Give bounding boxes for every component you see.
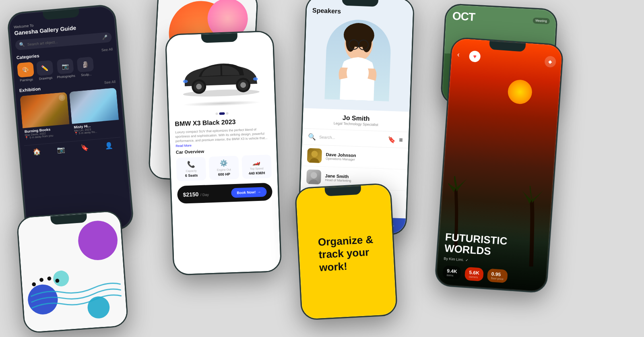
car-price-unit: / Day [200, 192, 209, 197]
speaker-person-svg [324, 19, 392, 101]
phone-organize: Organize &track yourwork! [295, 183, 398, 320]
speaker-photo-area [324, 19, 392, 101]
car-price-display: $2150 / Day [183, 190, 209, 198]
book-now-button[interactable]: Book Now! → [231, 187, 267, 198]
avatar-dave [307, 148, 322, 163]
photographs-icon: 📷 [56, 58, 74, 74]
speaker-dave[interactable]: Dave Johnson Operations Manager [301, 145, 408, 170]
speakers-title: Speakers [312, 7, 407, 17]
phone-gallery: Welcome To Ganesha Gallery Guide 🔍 Searc… [6, 4, 134, 238]
nav-camera-icon[interactable]: 📷 [56, 146, 65, 154]
svg-point-20 [87, 296, 110, 319]
spec-label-capacity: Capacity [186, 169, 196, 172]
nav-bookmark-icon[interactable]: 🔖 [80, 143, 89, 152]
avatar-jane [306, 170, 321, 184]
nav-profile-icon[interactable]: 👤 [105, 141, 114, 150]
cat-label-sculpt: Sculp... [81, 72, 92, 77]
exhibit-img-1: ♡ [20, 92, 70, 128]
car-desc: Luxury compact SUV that epitomizes the p… [175, 127, 270, 148]
mic-icon: 🎤 [102, 35, 108, 40]
car-indicator [175, 111, 270, 116]
filter-icon-speakers[interactable]: ≡ [399, 136, 403, 143]
bookmark-icon-speakers[interactable]: 🔖 [388, 136, 396, 144]
organize-screen: Organize &track yourwork! [296, 184, 397, 319]
engine-icon: ⚙️ [220, 159, 228, 167]
exhibit-misty-hi[interactable]: Misty Hi... Mei Lin, 2023 📍 5 m away fro… [69, 88, 120, 137]
svg-point-21 [53, 270, 70, 287]
svg-point-23 [39, 278, 43, 282]
cal-top-row: OCT Meeting [452, 10, 550, 28]
organize-text: Organize &track yourwork! [318, 234, 375, 274]
phone-abstract [16, 210, 129, 333]
spec-value-capacity: 6 Seats [185, 173, 198, 178]
fw-author-text: By Kim Limi. [444, 256, 464, 262]
spec-capacity: 📞 Capacity 6 Seats [176, 157, 206, 181]
futuristic-bg: ‹ ♥ ◆ FUTURISTICWORLDS By Kim Limi. ✓ 9.… [436, 38, 563, 292]
nav-home-icon[interactable]: 🏠 [33, 148, 41, 156]
cal-meeting-badge: Meeting [533, 17, 550, 24]
fw-stat-items: 9.4K items [442, 265, 462, 280]
gallery-search-placeholder: Search art object... [27, 36, 100, 46]
cat-label-photos: Photographs [57, 74, 75, 79]
notch-3 [201, 33, 238, 43]
fw-ethereum-icon[interactable]: ◆ [544, 56, 556, 68]
gallery-screen: Welcome To Ganesha Gallery Guide 🔍 Searc… [8, 5, 133, 237]
cat-drawings[interactable]: ✏️ Drawings [36, 60, 54, 81]
search-icon-speakers: 🔍 [308, 133, 316, 141]
jane-info: Jane Smith Head of Marketing [325, 173, 402, 184]
exhibition-see-all[interactable]: See All [104, 80, 116, 85]
spec-value-speed: 440 KM/H [249, 171, 265, 175]
favorite-icon-1[interactable]: ♡ [58, 94, 65, 101]
fw-overlay: FUTURISTICWORLDS By Kim Limi. ✓ 9.4K ite… [436, 223, 550, 292]
drawings-icon: ✏️ [36, 60, 54, 76]
category-icons: 🎨 Paintings ✏️ Drawings 📷 Photographs 🗿 … [17, 55, 115, 83]
spec-engine: ⚙️ Engine Out 600 HP [209, 155, 239, 180]
exhibit-grid: ♡ Burning Books Max Davis, 2022 📍 5 m aw… [20, 88, 120, 141]
abstract-screen [17, 211, 127, 332]
speakers-header: Speakers [303, 0, 413, 112]
fw-stat-owners: 5.6K owners [464, 267, 484, 281]
cat-sculpt[interactable]: 🗿 Sculp... [77, 57, 95, 77]
dot-2 [219, 112, 225, 115]
dot-3 [226, 112, 228, 115]
phone-bmw: BMW X3 Black 2023 Luxury compact SUV tha… [165, 30, 282, 275]
abstract-svg [17, 211, 127, 332]
car-title: BMW X3 Black 2023 [175, 117, 270, 128]
book-arrow-icon: → [257, 190, 261, 194]
svg-point-18 [77, 219, 119, 261]
cal-month-top: OCT [452, 10, 475, 24]
spec-speed: 🏎️ Top Speed 440 KM/H [242, 155, 272, 179]
spec-value-engine: 600 HP [218, 172, 230, 176]
cat-paintings[interactable]: 🎨 Paintings [17, 62, 35, 83]
cat-label-drawings: Drawings [39, 76, 53, 81]
paintings-icon: 🎨 [17, 62, 34, 78]
car-specs: 📞 Capacity 6 Seats ⚙️ Engine Out 600 HP … [176, 155, 272, 181]
search-input-mock: Search... [319, 135, 385, 142]
fw-back-icon[interactable]: ‹ [457, 50, 460, 59]
car-image [175, 51, 266, 103]
cat-photographs[interactable]: 📷 Photographs [56, 58, 75, 79]
spec-label-speed: Top Speed [250, 167, 264, 170]
spec-label-engine: Engine Out [217, 168, 231, 171]
car-booking-bar: $2150 / Day Book Now! → [177, 183, 272, 204]
categories-see-all[interactable]: See All [101, 47, 113, 52]
bmw-screen: BMW X3 Black 2023 Luxury compact SUV tha… [166, 32, 281, 275]
fw-favorite-button[interactable]: ♥ [469, 50, 481, 62]
fw-verified-icon: ✓ [465, 258, 469, 263]
exhibit-img-2 [69, 88, 119, 124]
car-price: $2150 [183, 191, 198, 198]
dot-1 [215, 112, 218, 115]
fw-title: FUTURISTICWORLDS [444, 231, 543, 261]
dave-info: Dave Johnson Operations Manager [326, 152, 402, 163]
sculpt-icon: 🗿 [77, 57, 94, 72]
speaker-name-area: Jo Smith Legal Technology Specialist [303, 108, 410, 132]
read-more-link[interactable]: Read More [175, 143, 192, 147]
exhibit-burning-books[interactable]: ♡ Burning Books Max Davis, 2022 📍 5 m aw… [20, 92, 70, 142]
abstract-bg [17, 211, 127, 332]
fw-sun [507, 79, 533, 105]
search-icon: 🔍 [19, 42, 25, 48]
car-display [172, 43, 269, 111]
search-placeholder-speakers: Search... [319, 135, 335, 140]
capacity-icon: 📞 [187, 160, 195, 168]
svg-point-17 [310, 172, 317, 179]
